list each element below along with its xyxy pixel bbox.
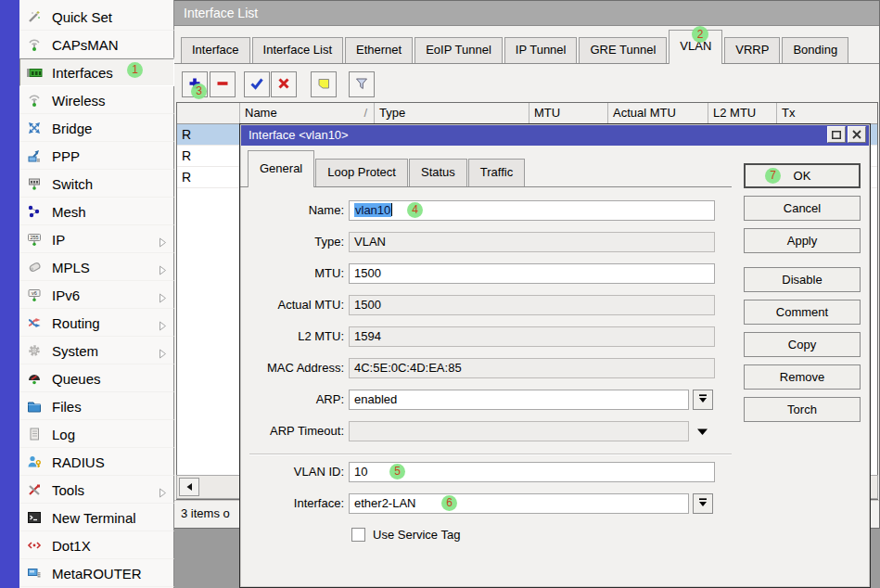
mesh-icon bbox=[25, 203, 44, 220]
switch-icon bbox=[25, 175, 44, 192]
remove-button[interactable]: Remove bbox=[744, 364, 861, 390]
ppp-icon bbox=[25, 147, 44, 164]
use-service-tag-checkbox[interactable] bbox=[351, 528, 365, 542]
sidebar-item-radius[interactable]: RADIUS bbox=[19, 448, 174, 476]
sidebar-item-mesh[interactable]: Mesh bbox=[19, 198, 174, 225]
tab-interface-list[interactable]: Interface List bbox=[252, 37, 343, 63]
submenu-arrow-icon bbox=[159, 346, 167, 362]
ok-button[interactable]: OK bbox=[744, 163, 861, 188]
close-button[interactable] bbox=[848, 126, 866, 143]
dialog-tabs: General Loop Protect Status Traffic bbox=[240, 147, 732, 187]
sidebar-item-label: IPv6 bbox=[52, 288, 80, 303]
tab-ip-tunnel[interactable]: IP Tunnel bbox=[504, 37, 578, 63]
copy-button[interactable]: Copy bbox=[744, 332, 861, 357]
tab-loop-protect[interactable]: Loop Protect bbox=[315, 159, 408, 186]
sidebar-item-ppp[interactable]: PPP bbox=[19, 142, 174, 170]
torch-button[interactable]: Torch bbox=[744, 397, 861, 422]
sidebar-item-tools[interactable]: Tools bbox=[19, 476, 174, 504]
filter-button[interactable] bbox=[349, 71, 375, 97]
dropdown-icon bbox=[697, 497, 708, 511]
sidebar-item-label: Bridge bbox=[52, 121, 92, 136]
sidebar-item-new-terminal[interactable]: New Terminal bbox=[19, 504, 174, 531]
enable-button[interactable] bbox=[244, 71, 270, 97]
remove-item-button[interactable] bbox=[210, 71, 236, 97]
tab-gre-tunnel[interactable]: GRE Tunnel bbox=[579, 37, 667, 63]
column-label: Actual MTU bbox=[613, 106, 676, 120]
disable-button[interactable] bbox=[271, 71, 297, 97]
button-label: Remove bbox=[780, 370, 824, 384]
tab-eoip-tunnel[interactable]: EoIP Tunnel bbox=[414, 37, 503, 63]
disable-button-dialog[interactable]: Disable bbox=[744, 267, 861, 292]
gear-icon bbox=[25, 342, 44, 359]
scroll-left-button[interactable] bbox=[179, 478, 199, 496]
folder-icon bbox=[25, 398, 44, 415]
tab-bonding[interactable]: Bonding bbox=[782, 37, 848, 63]
sidebar-item-interfaces[interactable]: Interfaces bbox=[19, 58, 174, 86]
column-header-actual-mtu[interactable]: Actual MTU bbox=[608, 103, 708, 124]
sidebar-item-log[interactable]: Log bbox=[19, 420, 174, 448]
sidebar-item-wireless[interactable]: Wireless bbox=[19, 86, 174, 114]
submenu-arrow-icon bbox=[159, 318, 167, 334]
log-icon bbox=[25, 426, 44, 442]
sidebar-item-label: Queues bbox=[52, 371, 101, 387]
arp-timeout-dropdown-icon[interactable] bbox=[696, 421, 709, 441]
tab-traffic[interactable]: Traffic bbox=[468, 159, 525, 186]
cancel-button[interactable]: Cancel bbox=[744, 196, 861, 221]
interface-select[interactable]: ether2-LAN bbox=[349, 493, 689, 514]
name-input[interactable]: vlan10 bbox=[349, 200, 715, 221]
column-header-mtu[interactable]: MTU bbox=[529, 103, 608, 124]
l2-mtu-value: 1594 bbox=[349, 326, 715, 347]
sidebar-item-ipv6[interactable]: v6 IPv6 bbox=[19, 281, 174, 309]
sidebar-item-routing[interactable]: Routing bbox=[19, 309, 174, 337]
mac-address-value: 4C:5E:0C:4D:EA:85 bbox=[349, 358, 715, 378]
window-titlebar[interactable]: Interface List bbox=[174, 1, 879, 26]
tab-label: Status bbox=[421, 165, 455, 179]
column-label: L2 MTU bbox=[713, 106, 756, 120]
arp-dropdown-button[interactable] bbox=[693, 390, 713, 410]
tab-status[interactable]: Status bbox=[409, 159, 467, 186]
arp-timeout-input[interactable] bbox=[349, 421, 689, 441]
mpls-icon bbox=[25, 259, 44, 275]
type-label: Type: bbox=[240, 232, 344, 252]
sidebar-menu: Quick Set CAPsMAN Interfaces Wireless Br… bbox=[19, 0, 174, 588]
maximize-icon bbox=[832, 128, 841, 142]
tab-vrrp[interactable]: VRRP bbox=[724, 37, 780, 63]
dialog-titlebar[interactable]: Interface <vlan10> bbox=[241, 125, 869, 146]
sidebar-item-capsman[interactable]: CAPsMAN bbox=[19, 31, 174, 58]
arp-select[interactable]: enabled bbox=[349, 390, 689, 410]
sidebar-item-label: Routing bbox=[52, 315, 100, 331]
annotation-badge-3: 3 bbox=[191, 83, 207, 99]
sidebar-item-label: MPLS bbox=[52, 260, 90, 275]
sidebar-item-queues[interactable]: Queues bbox=[19, 364, 174, 392]
sidebar-item-quick-set[interactable]: Quick Set bbox=[19, 3, 174, 31]
annotation-badge-1: 1 bbox=[127, 62, 143, 78]
column-header-tx[interactable]: Tx bbox=[777, 103, 879, 124]
column-header-type[interactable]: Type bbox=[375, 103, 529, 124]
sidebar-item-ip[interactable]: 255 IP bbox=[19, 225, 174, 253]
maximize-button[interactable] bbox=[827, 126, 846, 143]
sidebar-item-metarouter[interactable]: MetaROUTER bbox=[19, 559, 174, 587]
sidebar-item-mpls[interactable]: MPLS bbox=[19, 253, 174, 281]
use-service-tag-label: Use Service Tag bbox=[373, 528, 460, 543]
comment-button[interactable] bbox=[311, 71, 337, 97]
comment-button-dialog[interactable]: Comment bbox=[744, 300, 861, 325]
button-label: Copy bbox=[788, 338, 816, 352]
apply-button[interactable]: Apply bbox=[744, 228, 861, 253]
column-header-l2-mtu[interactable]: L2 MTU bbox=[708, 103, 777, 124]
sidebar: Quick Set CAPsMAN Interfaces Wireless Br… bbox=[0, 0, 174, 588]
tab-interface[interactable]: Interface bbox=[181, 37, 250, 63]
sidebar-item-files[interactable]: Files bbox=[19, 392, 174, 420]
sidebar-item-bridge[interactable]: Bridge bbox=[19, 114, 174, 142]
column-header-name[interactable]: Name / bbox=[240, 103, 375, 124]
tab-general[interactable]: General bbox=[248, 150, 314, 187]
column-header-flags[interactable] bbox=[177, 103, 240, 124]
sidebar-item-switch[interactable]: Switch bbox=[19, 170, 174, 198]
sidebar-item-system[interactable]: System bbox=[19, 337, 174, 364]
network-card-icon bbox=[25, 64, 44, 81]
sidebar-item-label: Quick Set bbox=[52, 9, 112, 25]
toolbar bbox=[174, 70, 879, 101]
sidebar-item-dot1x[interactable]: Dot1X bbox=[19, 531, 174, 559]
tab-ethernet[interactable]: Ethernet bbox=[345, 37, 413, 63]
mtu-input[interactable]: 1500 bbox=[349, 263, 715, 284]
interface-dropdown-button[interactable] bbox=[693, 493, 713, 514]
